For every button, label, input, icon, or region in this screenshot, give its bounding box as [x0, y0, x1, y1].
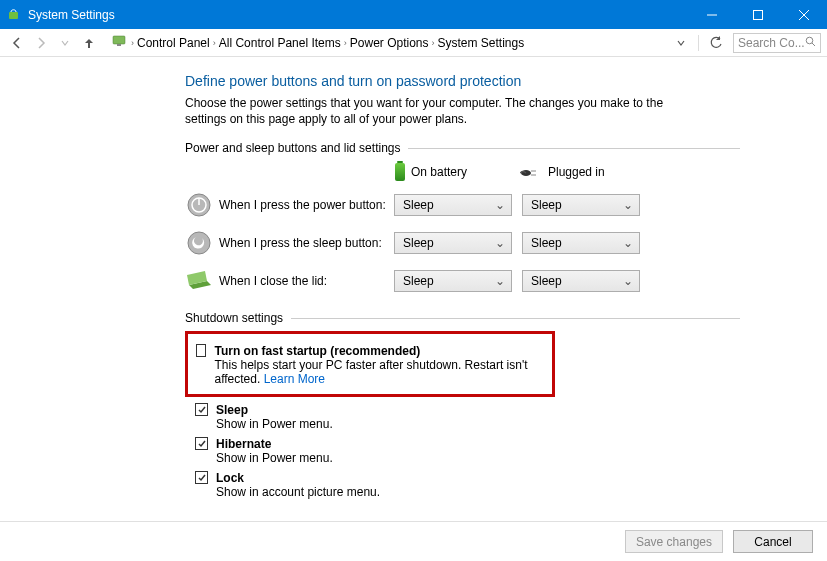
lock-label: Lock	[216, 471, 380, 485]
lid-battery-dropdown[interactable]: Sleep⌄	[394, 270, 512, 292]
toolbar: › Control Panel › All Control Panel Item…	[0, 29, 827, 57]
hibernate-label: Hibernate	[216, 437, 333, 451]
power-button-plugged-dropdown[interactable]: Sleep⌄	[522, 194, 640, 216]
breadcrumb-item[interactable]: All Control Panel Items	[219, 36, 341, 50]
app-icon	[6, 7, 22, 23]
sleep-button-battery-dropdown[interactable]: Sleep⌄	[394, 232, 512, 254]
sleep-desc: Show in Power menu.	[216, 417, 333, 431]
section-title: Power and sleep buttons and lid settings	[185, 141, 400, 155]
sleep-checkbox[interactable]	[195, 403, 208, 416]
section-title: Shutdown settings	[185, 311, 283, 325]
breadcrumb: › Control Panel › All Control Panel Item…	[112, 35, 668, 50]
svg-rect-2	[754, 10, 763, 19]
chevron-down-icon: ⌄	[495, 198, 505, 212]
maximize-button[interactable]	[735, 0, 781, 29]
window-title: System Settings	[28, 8, 689, 22]
chevron-down-icon: ⌄	[623, 274, 633, 288]
sleep-label: Sleep	[216, 403, 333, 417]
chevron-down-icon: ⌄	[623, 236, 633, 250]
sleep-button-plugged-dropdown[interactable]: Sleep⌄	[522, 232, 640, 254]
chevron-down-icon[interactable]	[670, 32, 692, 54]
svg-rect-5	[113, 36, 125, 44]
chevron-right-icon: ›	[131, 38, 134, 48]
cancel-button[interactable]: Cancel	[733, 530, 813, 553]
breadcrumb-item[interactable]: Control Panel	[137, 36, 210, 50]
search-icon	[805, 36, 816, 50]
pc-icon	[112, 35, 128, 50]
fast-startup-highlight: Turn on fast startup (recommended) This …	[185, 331, 555, 397]
hibernate-checkbox[interactable]	[195, 437, 208, 450]
chevron-down-icon: ⌄	[495, 236, 505, 250]
svg-rect-0	[9, 12, 18, 19]
titlebar: System Settings	[0, 0, 827, 29]
sleep-icon	[185, 229, 213, 257]
power-icon	[185, 191, 213, 219]
chevron-right-icon: ›	[344, 38, 347, 48]
search-placeholder: Search Co...	[738, 36, 805, 50]
plugged-in-label: Plugged in	[520, 163, 650, 181]
svg-line-8	[812, 43, 815, 46]
hibernate-desc: Show in Power menu.	[216, 451, 333, 465]
recent-dropdown[interactable]	[54, 32, 76, 54]
save-button[interactable]: Save changes	[625, 530, 723, 553]
learn-more-link[interactable]: Learn More	[264, 372, 325, 386]
on-battery-label: On battery	[395, 163, 520, 181]
section-header-power-sleep: Power and sleep buttons and lid settings	[185, 141, 740, 155]
minimize-button[interactable]	[689, 0, 735, 29]
svg-point-7	[806, 37, 813, 44]
plug-icon	[520, 167, 542, 177]
setting-label: When I press the power button:	[219, 198, 394, 212]
battery-icon	[395, 163, 405, 181]
setting-label: When I close the lid:	[219, 274, 394, 288]
fast-startup-label: Turn on fast startup (recommended)	[214, 344, 544, 358]
lock-checkbox[interactable]	[195, 471, 208, 484]
content: Define power buttons and turn on passwor…	[0, 57, 827, 521]
breadcrumb-item[interactable]: System Settings	[437, 36, 524, 50]
window-controls	[689, 0, 827, 29]
back-button[interactable]	[6, 32, 28, 54]
page-title: Define power buttons and turn on passwor…	[185, 73, 740, 89]
laptop-icon	[185, 267, 213, 295]
footer: Save changes Cancel	[0, 521, 827, 561]
breadcrumb-item[interactable]: Power Options	[350, 36, 429, 50]
lock-desc: Show in account picture menu.	[216, 485, 380, 499]
search-input[interactable]: Search Co...	[733, 33, 821, 53]
close-button[interactable]	[781, 0, 827, 29]
chevron-right-icon: ›	[431, 38, 434, 48]
svg-rect-6	[117, 44, 121, 46]
up-button[interactable]	[78, 32, 100, 54]
chevron-right-icon: ›	[213, 38, 216, 48]
fast-startup-desc: This helps start your PC faster after sh…	[214, 358, 544, 386]
power-button-row: When I press the power button: Sleep⌄ Sl…	[185, 191, 740, 219]
forward-button[interactable]	[30, 32, 52, 54]
chevron-down-icon: ⌄	[495, 274, 505, 288]
lid-row: When I close the lid: Sleep⌄ Sleep⌄	[185, 267, 740, 295]
chevron-down-icon: ⌄	[623, 198, 633, 212]
lid-plugged-dropdown[interactable]: Sleep⌄	[522, 270, 640, 292]
power-button-battery-dropdown[interactable]: Sleep⌄	[394, 194, 512, 216]
fast-startup-checkbox[interactable]	[196, 344, 206, 357]
svg-point-15	[188, 232, 210, 254]
setting-label: When I press the sleep button:	[219, 236, 394, 250]
refresh-button[interactable]	[705, 32, 727, 54]
page-description: Choose the power settings that you want …	[185, 95, 705, 127]
section-header-shutdown: Shutdown settings	[185, 311, 740, 325]
sleep-button-row: When I press the sleep button: Sleep⌄ Sl…	[185, 229, 740, 257]
